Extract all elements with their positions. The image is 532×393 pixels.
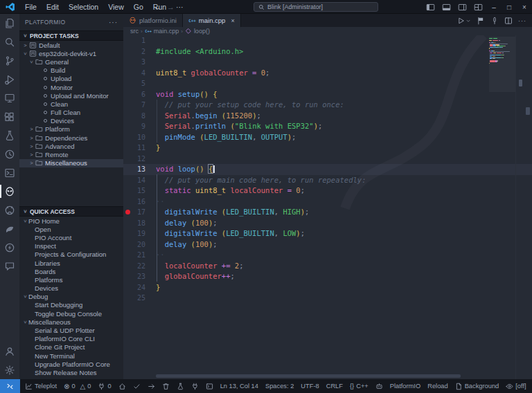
breakpoint-gutter[interactable] bbox=[123, 100, 132, 111]
breadcrumb-src[interactable]: src bbox=[130, 28, 139, 35]
activity-platformio[interactable] bbox=[0, 182, 19, 201]
activity-settings[interactable] bbox=[0, 360, 19, 379]
layout-sidebar-right-icon[interactable] bbox=[458, 3, 467, 12]
tree-item-remote[interactable]: >Remote bbox=[19, 150, 123, 158]
breakpoint-gutter[interactable] bbox=[123, 121, 132, 132]
tree-item-inspect[interactable]: Inspect bbox=[19, 242, 123, 250]
statusbar-teleplot[interactable]: Teleplot bbox=[21, 379, 60, 393]
run-dropdown-button[interactable] bbox=[466, 17, 471, 25]
tree-item-new-terminal[interactable]: New Terminal bbox=[19, 351, 123, 360]
tree-item-platforms[interactable]: Platforms bbox=[19, 275, 123, 284]
tree-item-advanced[interactable]: >Advanced bbox=[19, 142, 123, 150]
breakpoint-gutter[interactable] bbox=[123, 164, 132, 175]
breakpoint-gutter[interactable] bbox=[123, 111, 132, 122]
nav-back-arrow[interactable]: ← bbox=[154, 3, 161, 11]
activity-extensions[interactable] bbox=[0, 107, 19, 126]
statusbar-teleplot-toggle[interactable]: [off] bbox=[502, 379, 529, 393]
breakpoint-gutter[interactable] bbox=[123, 218, 132, 229]
tree-item-start-debugging[interactable]: Start Debugging bbox=[19, 301, 123, 309]
code-line-24[interactable]: 24} bbox=[123, 282, 532, 293]
breadcrumb-main-cpp[interactable]: C++main.cpp bbox=[145, 28, 179, 35]
tree-item-toggle-debug-console[interactable]: Toggle Debug Console bbox=[19, 309, 123, 318]
code-line-21[interactable]: 21·· bbox=[123, 250, 532, 261]
code-line-8[interactable]: 8 Serial.begin (115200); bbox=[123, 111, 532, 122]
statusbar-eol[interactable]: CRLF bbox=[323, 379, 346, 393]
tree-item-pio-home[interactable]: >PIO Home bbox=[19, 217, 123, 225]
breakpoint-gutter[interactable] bbox=[123, 185, 132, 196]
statusbar-cursor-position[interactable]: Ln 13, Col 14 bbox=[217, 379, 262, 393]
activity-thunder-client[interactable] bbox=[0, 238, 19, 257]
tree-item-upload[interactable]: Upload bbox=[19, 75, 123, 83]
statusbar-reload[interactable]: Reload bbox=[424, 379, 451, 393]
code-line-11[interactable]: 11} bbox=[123, 143, 532, 154]
close-tab-icon[interactable]: × bbox=[231, 17, 234, 24]
tree-item-upgrade-platformio-core[interactable]: Upgrade PlatformIO Core bbox=[19, 360, 123, 368]
section-header-quick-access[interactable]: >QUICK ACCESS bbox=[19, 206, 123, 217]
tree-item-platformio-core-cli[interactable]: PlatformIO Core CLI bbox=[19, 335, 123, 343]
statusbar-pio-monitor[interactable] bbox=[188, 379, 202, 393]
code-line-4[interactable]: 4uint8_t globalCounter = 0; bbox=[123, 68, 532, 79]
code-line-12[interactable]: 12 bbox=[123, 154, 532, 165]
minimize-button[interactable]: – bbox=[486, 0, 502, 14]
code-line-5[interactable]: 5 bbox=[123, 78, 532, 89]
tree-item-monitor[interactable]: Monitor bbox=[19, 83, 123, 91]
customize-layout-icon[interactable] bbox=[474, 3, 483, 12]
close-button[interactable]: × bbox=[517, 0, 532, 14]
breakpoint-gutter[interactable] bbox=[123, 46, 132, 57]
breakpoint-gutter[interactable] bbox=[123, 68, 132, 79]
breakpoint-gutter[interactable] bbox=[123, 261, 132, 272]
code-line-23[interactable]: 23 globalCounter++; bbox=[123, 271, 532, 282]
tree-item-serial-udp-plotter[interactable]: Serial & UDP Plotter bbox=[19, 326, 123, 334]
tree-item-general[interactable]: >General bbox=[19, 57, 123, 66]
tree-item-show-release-notes[interactable]: Show Release Notes bbox=[19, 368, 123, 376]
minimap-slider[interactable] bbox=[489, 37, 515, 92]
code-line-10[interactable]: 10 pinMode (LED_BUILTIN, OUTPUT); bbox=[123, 132, 532, 143]
code-line-18[interactable]: 18 delay (100); bbox=[123, 218, 532, 229]
tab-platformio-ini[interactable]: platformio.ini bbox=[123, 14, 183, 27]
code-line-13[interactable]: 13void loop() { bbox=[123, 164, 532, 175]
breakpoint-gutter[interactable] bbox=[123, 143, 132, 154]
tree-item-platform[interactable]: >Platform bbox=[19, 125, 123, 134]
statusbar-pio-upload[interactable] bbox=[144, 379, 159, 393]
code-line-2[interactable]: 2#include <Arduino.h> bbox=[123, 46, 532, 57]
breakpoint-gutter[interactable] bbox=[123, 282, 132, 293]
breakpoint-gutter[interactable] bbox=[123, 196, 132, 208]
flag-button[interactable] bbox=[477, 17, 485, 25]
tree-item-miscellaneous[interactable]: >Miscellaneous bbox=[19, 318, 123, 326]
breakpoint-gutter[interactable] bbox=[123, 78, 132, 89]
breakpoint-gutter[interactable] bbox=[123, 271, 132, 282]
breakpoint-gutter[interactable] bbox=[123, 228, 132, 239]
tree-item-libraries[interactable]: Libraries bbox=[19, 259, 123, 267]
tree-item-clean[interactable]: Clean bbox=[19, 100, 123, 108]
statusbar-serial-ports[interactable]: 0 bbox=[94, 379, 114, 393]
statusbar-robot[interactable] bbox=[372, 379, 387, 393]
breakpoint-icon[interactable] bbox=[125, 210, 130, 214]
breakpoint-gutter[interactable] bbox=[123, 89, 132, 100]
split-editor-button[interactable] bbox=[504, 17, 513, 25]
code-line-6[interactable]: 6void setup() { bbox=[123, 89, 532, 100]
statusbar-problems[interactable]: ⊗0△0 bbox=[60, 379, 94, 393]
breakpoint-gutter[interactable] bbox=[123, 132, 132, 143]
activity-github[interactable] bbox=[0, 201, 19, 219]
statusbar-background-task[interactable]: Background bbox=[452, 379, 503, 393]
tree-item-debug[interactable]: >Debug bbox=[19, 293, 123, 301]
scrollbar-thumb[interactable] bbox=[519, 80, 522, 86]
statusbar-pio-build[interactable] bbox=[130, 379, 144, 393]
breakpoint-gutter[interactable] bbox=[123, 154, 132, 165]
breakpoint-gutter[interactable] bbox=[123, 207, 132, 218]
breakpoint-gutter[interactable] bbox=[123, 239, 132, 250]
layout-sidebar-left-icon[interactable] bbox=[426, 3, 435, 12]
breakpoint-gutter[interactable] bbox=[123, 250, 132, 261]
tree-item-miscellaneous[interactable]: >Miscellaneous bbox=[19, 159, 123, 167]
sidebar-more-actions[interactable]: ··· bbox=[109, 19, 118, 26]
code-line-22[interactable]: 22 localCounter += 2; bbox=[123, 261, 532, 272]
statusbar-indentation[interactable]: Spaces: 2 bbox=[262, 379, 297, 393]
code-line-20[interactable]: 20 delay (100); bbox=[123, 239, 532, 250]
tree-item-projects-configuration[interactable]: Projects & Configuration bbox=[19, 250, 123, 259]
statusbar-pio-terminal[interactable] bbox=[202, 379, 217, 393]
tree-item-build[interactable]: Build bbox=[19, 66, 123, 75]
breadcrumb-loop-[interactable]: loop() bbox=[185, 28, 210, 35]
code-line-16[interactable]: 16·· bbox=[123, 196, 532, 208]
tree-item-upload-and-monitor[interactable]: Upload and Monitor bbox=[19, 91, 123, 100]
code-editor[interactable]: 12#include <Arduino.h>34uint8_t globalCo… bbox=[123, 35, 532, 379]
